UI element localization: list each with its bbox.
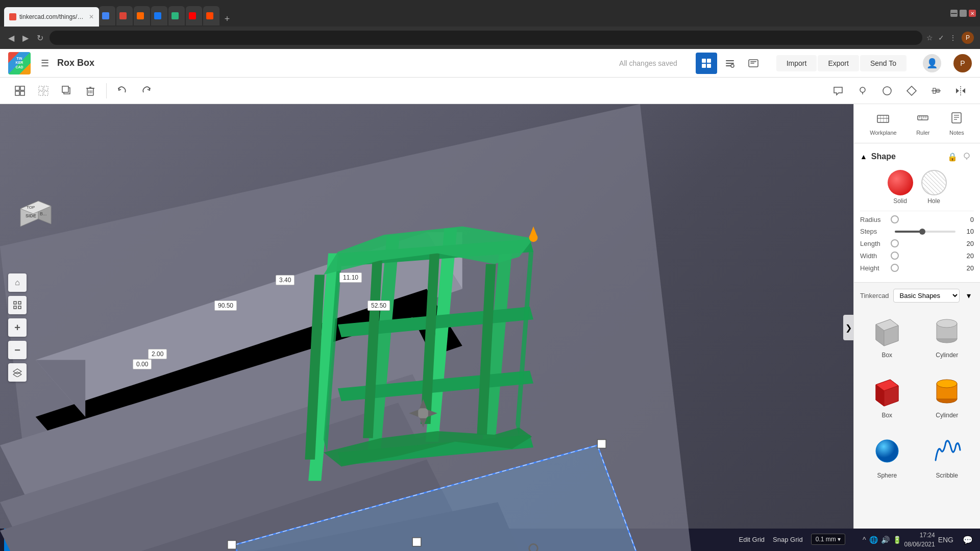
radius-radio[interactable] [891, 215, 899, 223]
ruler-btn[interactable]: Ruler [911, 108, 935, 139]
tab-active[interactable]: tinkercad.com/things/9F... ✕ [4, 7, 99, 27]
library-header: Tinkercad Basic Shapes Letters Featured … [860, 289, 974, 303]
tab-other[interactable] [168, 6, 185, 26]
svg-rect-8 [15, 86, 19, 90]
3d-viewport[interactable]: SIDE B... TOP ⌂ + − ❯ 3.40 [0, 104, 853, 551]
bookmark-btn[interactable]: ☆ [926, 34, 933, 42]
steps-slider[interactable] [895, 231, 955, 233]
tools-view-btn[interactable] [719, 53, 741, 74]
library-dropdown[interactable]: Basic Shapes Letters Featured [893, 289, 960, 303]
taskbar-search-input[interactable] [71, 536, 183, 544]
taskbar-word[interactable]: W [432, 529, 453, 551]
export-btn[interactable]: Export [818, 55, 859, 71]
align-btn[interactable] [927, 82, 945, 100]
tab-other[interactable] [203, 6, 219, 26]
library-expand-btn[interactable]: ▾ [964, 291, 974, 301]
project-menu-icon[interactable]: ☰ [41, 58, 49, 69]
shape-red-box[interactable]: Box [860, 369, 914, 423]
shape-gray-cylinder[interactable]: Cylinder [920, 309, 974, 363]
snap-grid-selector[interactable]: 0.1 mm ▾ [811, 534, 845, 545]
group-btn[interactable] [10, 81, 30, 101]
mirror-btn[interactable] [951, 82, 970, 100]
length-label: Length [860, 240, 891, 247]
address-input[interactable]: tinkercad.com/things/9FBOR1eSGpR-rox-box… [50, 31, 922, 45]
diamond-tool[interactable] [902, 82, 921, 100]
taskbar-steam[interactable] [267, 529, 289, 551]
close-btn[interactable]: ✕ [969, 10, 976, 17]
taskbar-settings[interactable]: ⚙ [220, 529, 242, 551]
user-avatar[interactable]: P [953, 54, 972, 72]
shape-panel-collapse[interactable]: ▲ [860, 153, 867, 161]
tray-volume[interactable]: 🔊 [881, 536, 890, 544]
back-btn[interactable]: ◀ [6, 31, 16, 45]
add-user-btn[interactable]: 👤 [923, 54, 941, 72]
maximize-btn[interactable] [960, 10, 967, 17]
taskbar-edge[interactable]: 🌐 [385, 529, 406, 551]
hint-btn[interactable] [853, 82, 872, 100]
send-to-btn[interactable]: Send To [860, 55, 906, 71]
taskbar-zoom[interactable]: 📹 [361, 529, 383, 551]
tab-label: tinkercad.com/things/9F... [19, 13, 86, 20]
taskbar-chrome[interactable] [314, 529, 336, 551]
duplicate-btn[interactable] [57, 81, 77, 101]
shape-orange-cylinder[interactable]: Cylinder [920, 369, 974, 423]
grid-view-btn[interactable] [696, 53, 717, 74]
taskbar-store[interactable]: 🛍 [244, 529, 265, 551]
taskbar-wifi[interactable]: 📶 [291, 529, 312, 551]
collapse-panel-btn[interactable]: ❯ [843, 315, 853, 340]
comment-btn[interactable] [829, 82, 847, 100]
tray-chevron[interactable]: ^ [863, 536, 866, 544]
tray-language[interactable]: ENG [938, 536, 953, 544]
settings-icon[interactable]: ⋮ [949, 34, 957, 42]
redo-btn[interactable] [136, 81, 156, 101]
search-bar[interactable]: 🔍 [52, 532, 195, 548]
zoom-out-btn[interactable]: − [8, 341, 27, 359]
width-radio[interactable] [891, 252, 899, 260]
save-status: All changes saved [619, 59, 677, 67]
ungroup-btn[interactable] [34, 81, 53, 101]
height-radio[interactable] [891, 264, 899, 272]
tab-other[interactable] [134, 6, 150, 26]
tab-other[interactable] [116, 6, 133, 26]
minimize-btn[interactable]: ─ [950, 10, 958, 17]
forward-btn[interactable]: ▶ [20, 31, 31, 45]
taskbar-app10[interactable]: ⬡ [408, 529, 430, 551]
shape-blue-sphere[interactable]: Sphere [860, 429, 914, 483]
tab-other[interactable] [151, 6, 167, 26]
taskbar-fritzing[interactable]: 🔌 [338, 529, 359, 551]
delete-btn[interactable] [81, 81, 100, 101]
layers-btn[interactable] [8, 363, 27, 382]
refresh-btn[interactable]: ↻ [35, 31, 45, 45]
svg-rect-13 [44, 86, 48, 90]
tab-other[interactable] [99, 6, 115, 26]
home-view-btn[interactable]: ⌂ [8, 273, 27, 292]
new-tab-btn[interactable]: + [219, 11, 235, 27]
notification-btn[interactable]: 💬 [960, 529, 976, 551]
hole-option[interactable]: Hole [921, 170, 947, 205]
notes-btn[interactable]: Notes [944, 108, 969, 139]
system-clock[interactable]: 17:24 08/06/2021 [904, 531, 935, 549]
tray-network[interactable]: 🌐 [869, 536, 878, 544]
import-btn[interactable]: Import [776, 55, 817, 71]
shape-scribble[interactable]: Scribble [920, 429, 974, 483]
edit-grid-label[interactable]: Edit Grid [739, 536, 765, 543]
profile-icon[interactable]: P [962, 32, 974, 44]
start-btn[interactable]: ⊞ [4, 529, 27, 551]
solid-option[interactable]: Solid [888, 170, 913, 205]
length-radio[interactable] [891, 239, 899, 247]
tab-close-btn[interactable]: ✕ [89, 13, 94, 20]
undo-btn[interactable] [113, 81, 132, 101]
shape-bulb-btn[interactable] [960, 149, 974, 164]
tinkercad-logo[interactable]: TINKERCAD [8, 52, 31, 74]
shape-gray-box[interactable]: Box [860, 309, 914, 363]
workplane-btn[interactable]: Workplane [865, 108, 901, 139]
taskbar-file-explorer[interactable]: 📁 [197, 529, 218, 551]
task-view-btn[interactable]: ⬛ [29, 529, 50, 551]
community-btn[interactable] [743, 53, 764, 74]
fit-view-btn[interactable] [8, 296, 27, 314]
shape-lock-btn[interactable]: 🔒 [945, 149, 960, 164]
orientation-cube[interactable]: SIDE B... TOP [10, 191, 56, 237]
circle-tool[interactable] [878, 82, 896, 100]
tab-other[interactable] [186, 6, 202, 26]
zoom-in-btn[interactable]: + [8, 318, 27, 337]
